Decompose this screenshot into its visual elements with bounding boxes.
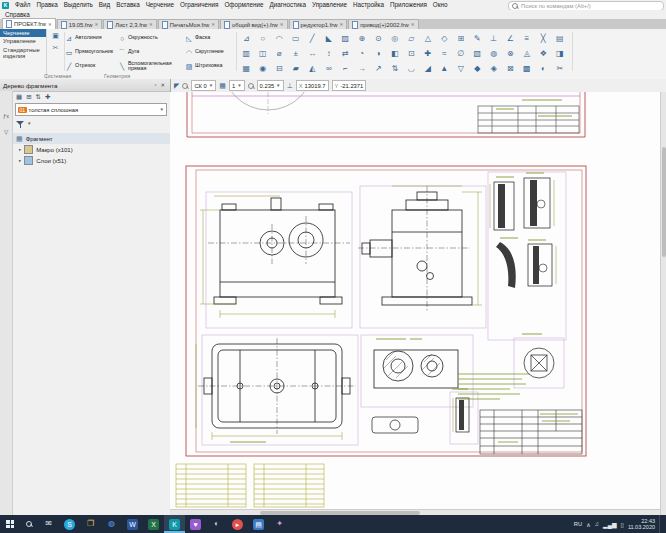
- scrollbar-thumb[interactable]: [662, 147, 666, 257]
- tool-button[interactable]: ◺Фаска: [185, 31, 237, 45]
- ribbon-grid-icon[interactable]: ∠: [502, 31, 519, 46]
- photos-icon[interactable]: ♥: [185, 515, 206, 533]
- ribbon-grid-icon[interactable]: ⊥: [486, 31, 503, 46]
- tree-toolbar-icon[interactable]: ✚: [45, 93, 50, 101]
- ribbon-panel-tab[interactable]: Управление: [0, 37, 46, 45]
- ribbon-grid-icon[interactable]: ↕: [321, 46, 338, 61]
- ribbon-grid-icon[interactable]: ◡: [403, 61, 420, 76]
- ribbon-grid-icon[interactable]: ▧: [469, 46, 486, 61]
- ribbon-grid-icon[interactable]: ◉: [255, 61, 272, 76]
- tab-close-icon[interactable]: ✕: [211, 22, 215, 27]
- ribbon-grid-icon[interactable]: ◬: [519, 46, 536, 61]
- clipboard-icon[interactable]: ✂: [53, 44, 59, 52]
- tab-close-icon[interactable]: ✕: [280, 22, 284, 27]
- ribbon-grid-icon[interactable]: ⊞: [453, 31, 470, 46]
- document-tab[interactable]: ПРОЕКТ.frw✕: [2, 18, 56, 29]
- ribbon-grid-icon[interactable]: ╱: [304, 31, 321, 46]
- filter-icon[interactable]: [16, 120, 24, 128]
- ribbon-grid-icon[interactable]: ○: [255, 31, 272, 46]
- tool-button[interactable]: ◠Скругление: [185, 45, 237, 59]
- document-tab[interactable]: редуктор1.frw✕: [289, 19, 348, 29]
- ribbon-grid-icon[interactable]: ❖: [535, 46, 552, 61]
- ribbon-grid-icon[interactable]: △: [420, 31, 437, 46]
- coord-y-field[interactable]: Y-21.2371: [332, 80, 367, 91]
- menu-item[interactable]: Черчение: [143, 0, 177, 10]
- hidden-icons-chevron[interactable]: ∧: [586, 521, 590, 528]
- ortho-toggle-icon[interactable]: ⊥: [287, 82, 293, 90]
- side-tab-icon[interactable]: ƒx: [3, 113, 9, 119]
- close-icon[interactable]: ✕: [158, 82, 167, 88]
- settings-icon[interactable]: ◐: [206, 515, 227, 533]
- coordinate-system-select[interactable]: СК 0▼: [191, 80, 216, 91]
- ribbon-grid-icon[interactable]: ◧: [387, 46, 404, 61]
- drawing-canvas[interactable]: [170, 92, 660, 509]
- vertical-scrollbar[interactable]: [660, 92, 666, 515]
- tree-toolbar-icon[interactable]: ▦: [16, 93, 22, 101]
- browser-icon[interactable]: ◍: [101, 515, 122, 533]
- zoom-value-field[interactable]: 0.235▼: [257, 80, 284, 91]
- document-tab[interactable]: привод(+)2002.frw✕: [348, 19, 418, 29]
- ribbon-grid-icon[interactable]: ⊠: [502, 61, 519, 76]
- ribbon-grid-icon[interactable]: ◑: [370, 46, 387, 61]
- ribbon-grid-icon[interactable]: ◔: [354, 46, 371, 61]
- ribbon-grid-icon[interactable]: ▽: [453, 61, 470, 76]
- grid-toggle-icon[interactable]: ▦: [219, 82, 226, 90]
- tool-button[interactable]: ▭Прямоугольник: [65, 45, 117, 59]
- ribbon-grid-icon[interactable]: ✂: [552, 61, 569, 76]
- docs-icon[interactable]: ▤: [248, 515, 269, 533]
- tool-button[interactable]: ⊿Автолиния: [65, 31, 117, 45]
- expand-icon[interactable]: ▸: [19, 147, 21, 152]
- ribbon-grid-icon[interactable]: ◐: [535, 61, 552, 76]
- ribbon-grid-icon[interactable]: ↗: [370, 61, 387, 76]
- ribbon-grid-icon[interactable]: ▩: [519, 61, 536, 76]
- document-tab[interactable]: Лист 2,3.frw✕: [103, 19, 156, 29]
- network-icon[interactable]: ▂▄▆: [603, 521, 616, 528]
- ribbon-grid-icon[interactable]: ⌀: [271, 46, 288, 61]
- ribbon-grid-icon[interactable]: ±: [288, 46, 305, 61]
- tool-button[interactable]: ▨Штриховка: [185, 59, 237, 73]
- menu-item[interactable]: Управление: [309, 0, 350, 10]
- skype-icon[interactable]: S: [59, 515, 80, 533]
- cursor-tool-icon[interactable]: ◤: [174, 82, 179, 90]
- drawing-area[interactable]: [170, 92, 660, 509]
- word-icon[interactable]: W: [122, 515, 143, 533]
- ribbon-grid-icon[interactable]: ⇅: [387, 61, 404, 76]
- ribbon-grid-icon[interactable]: ▥: [238, 46, 255, 61]
- start-button[interactable]: [0, 515, 20, 533]
- ribbon-grid-icon[interactable]: ▭: [288, 31, 305, 46]
- side-tab-icon[interactable]: ▽: [4, 129, 8, 135]
- zoom-icon[interactable]: [182, 83, 188, 89]
- coord-x-field[interactable]: X13019.7: [296, 80, 329, 91]
- ribbon-grid-icon[interactable]: ╳: [535, 31, 552, 46]
- tree-toolbar-icon[interactable]: ⊞: [26, 93, 31, 101]
- tree-item[interactable]: ▸Слои (х51): [19, 155, 170, 166]
- tree-item[interactable]: ▸Макро (х101): [19, 144, 170, 155]
- menu-item-help[interactable]: Справка: [2, 11, 33, 18]
- tree-toolbar-icon[interactable]: ⇅: [36, 93, 41, 101]
- ribbon-grid-icon[interactable]: ≈: [436, 46, 453, 61]
- ribbon-grid-icon[interactable]: ◇: [436, 31, 453, 46]
- document-tab[interactable]: ПечатьМоя.frw✕: [158, 19, 219, 29]
- ribbon-grid-icon[interactable]: ▰: [288, 61, 305, 76]
- ribbon-grid-icon[interactable]: ◭: [304, 61, 321, 76]
- ribbon-grid-icon[interactable]: ▤: [552, 31, 569, 46]
- battery-icon[interactable]: ▯: [621, 521, 624, 528]
- tab-close-icon[interactable]: ✕: [95, 22, 99, 27]
- menu-item[interactable]: Приложения: [387, 0, 430, 10]
- ribbon-grid-icon[interactable]: →: [354, 61, 371, 76]
- ribbon-grid-icon[interactable]: ◣: [321, 31, 338, 46]
- tool-button[interactable]: ⌒Дуга: [118, 45, 184, 59]
- ribbon-grid-icon[interactable]: ◆: [469, 61, 486, 76]
- tab-close-icon[interactable]: ✕: [149, 22, 153, 27]
- ribbon-panel-tab[interactable]: Стандартные изделия: [0, 46, 46, 61]
- menu-item[interactable]: Вставка: [113, 0, 142, 10]
- ribbon-grid-icon[interactable]: ▱: [403, 31, 420, 46]
- tab-close-icon[interactable]: ✕: [411, 22, 415, 27]
- ribbon-grid-icon[interactable]: ∅: [453, 46, 470, 61]
- ribbon-grid-icon[interactable]: ▦: [238, 61, 255, 76]
- ribbon-grid-icon[interactable]: ◍: [486, 46, 503, 61]
- ribbon-grid-icon[interactable]: ◎: [387, 31, 404, 46]
- document-tab[interactable]: 19.05.frw✕: [57, 19, 103, 29]
- chevron-down-icon[interactable]: ▼: [27, 121, 31, 126]
- ribbon-grid-icon[interactable]: ⊕: [354, 31, 371, 46]
